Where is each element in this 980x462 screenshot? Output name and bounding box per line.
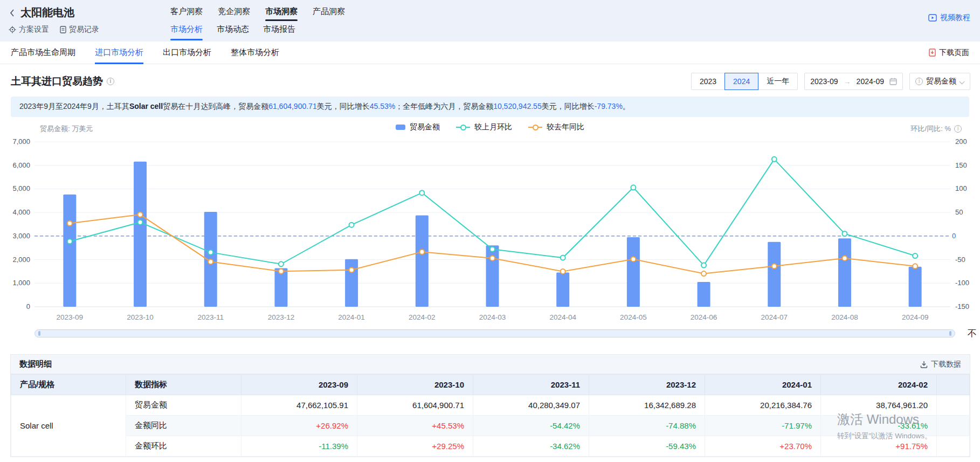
summary-segment: 10,520,942.55 [493, 102, 542, 111]
summary-banner: 2023年9月至2024年9月，土耳其Solar cell贸易在十月达到高峰，贸… [11, 96, 969, 117]
back-icon[interactable] [9, 9, 16, 17]
tab-product-insight[interactable]: 产品洞察 [313, 6, 345, 21]
svg-text:3,000: 3,000 [12, 232, 30, 240]
calendar-icon [889, 78, 897, 85]
svg-text:-50: -50 [955, 256, 965, 264]
trade-records-link[interactable]: 贸易记录 [60, 25, 99, 35]
value-cell: -54.42% [473, 416, 589, 436]
filler-cell [937, 436, 970, 457]
svg-text:2024-04: 2024-04 [549, 313, 576, 321]
date-range-picker[interactable]: 2023-09 → 2024-09 [804, 73, 903, 90]
plan-settings-link[interactable]: 方案设置 [9, 25, 49, 35]
recent-year-button[interactable]: 近一年 [758, 73, 798, 90]
header-right: 视频教程 [928, 0, 970, 42]
tab-product-lifecycle[interactable]: 产品市场生命周期 [11, 42, 75, 64]
line-swatch-icon [528, 127, 542, 128]
svg-text:0: 0 [26, 302, 30, 311]
column-header-indicator: 数据指标 [126, 375, 241, 395]
legend-yoy[interactable]: 较去年同比 [528, 122, 584, 132]
header-tabs: 客户洞察 竞企洞察 市场洞察 产品洞察 市场分析 市场动态 市场报告 [170, 0, 345, 42]
column-header-month: 2023-11 [473, 375, 589, 395]
tab-import-market-analysis[interactable]: 进口市场分析 [95, 42, 143, 64]
tab-market-report[interactable]: 市场报告 [263, 24, 295, 40]
svg-text:2024-06: 2024-06 [691, 313, 717, 321]
data-table: 产品/规格数据指标2023-092023-102023-112023-12202… [11, 374, 970, 457]
svg-text:2023-11: 2023-11 [197, 313, 224, 321]
trade-records-label: 贸易记录 [69, 25, 99, 35]
svg-text:0: 0 [952, 232, 956, 240]
summary-segment: 美元，同比增长 [542, 102, 595, 111]
year-2024-button[interactable]: 2024 [724, 73, 758, 90]
summary-text: 2023年9月至2024年9月，土耳其Solar cell贸易在十月达到高峰，贸… [19, 102, 630, 111]
info-icon[interactable] [107, 78, 114, 85]
video-tutorial-link[interactable]: 视频教程 [928, 13, 970, 23]
right-axis-label-text: 环比/同比: % [911, 124, 951, 134]
secondary-tabs: 市场分析 市场动态 市场报告 [170, 24, 345, 40]
svg-text:200: 200 [955, 137, 967, 146]
legend-label: 较去年同比 [547, 122, 584, 132]
section-toolbar: 土耳其进口贸易趋势 2023 2024 近一年 2023-09 → 2024-0… [0, 64, 980, 96]
svg-text:2024-05: 2024-05 [620, 313, 647, 321]
summary-segment: 美元，同比增长 [317, 102, 370, 111]
tab-customer-insight[interactable]: 客户洞察 [170, 6, 203, 21]
table-row: Solar cell贸易金额47,662,105.9161,604,900.71… [11, 395, 970, 416]
tab-export-market-analysis[interactable]: 出口市场分析 [163, 42, 211, 64]
svg-text:100: 100 [955, 184, 967, 192]
value-cell: 61,604,900.71 [357, 395, 473, 416]
table-section-title: 数据明细 [19, 359, 52, 369]
download-page-label: 下载页面 [939, 48, 969, 58]
toolbar-controls: 2023 2024 近一年 2023-09 → 2024-09 贸易金额 [691, 73, 970, 90]
column-header-month: 2024-02 [821, 375, 937, 395]
section-title: 土耳其进口贸易趋势 [11, 74, 114, 88]
svg-text:2024-07: 2024-07 [761, 313, 788, 321]
legend-mom[interactable]: 较上月环比 [456, 122, 512, 132]
svg-text:2024-09: 2024-09 [902, 313, 929, 321]
chart-header: 贸易金额: 万美元 贸易金额 较上月环比 较去年同比 环比/同比: % [0, 122, 980, 134]
download-data-label: 下载数据 [931, 360, 961, 369]
table-row: 金额同比+26.92%+45.53%-54.42%-74.88%-71.97%-… [11, 416, 970, 436]
section-title-text: 土耳其进口贸易趋势 [11, 74, 103, 88]
year-2023-button[interactable]: 2023 [691, 73, 725, 90]
legend-trade-amount[interactable]: 贸易金额 [396, 122, 440, 132]
gear-icon [9, 26, 16, 33]
bar-swatch-icon [396, 125, 405, 130]
tab-competitor-insight[interactable]: 竞企洞察 [218, 6, 250, 21]
year-button-group: 2023 2024 近一年 [691, 73, 798, 90]
data-detail-section: 数据明细 下载数据 产品/规格数据指标2023-092023-102023-11… [10, 354, 970, 457]
trend-chart-canvas[interactable]: 01,0002,0003,0004,0005,0006,0007,000-150… [0, 134, 980, 324]
right-axis-info-icon[interactable] [954, 125, 962, 133]
table-section-header: 数据明细 下载数据 [11, 355, 970, 374]
summary-segment: -79.73% [595, 102, 623, 111]
value-cell: +29.25% [357, 436, 473, 457]
indicator-cell: 金额同比 [126, 416, 241, 436]
tab-market-dynamics[interactable]: 市场动态 [217, 24, 249, 40]
value-cell: -34.62% [473, 436, 589, 457]
summary-segment: 61,604,900.71 [268, 102, 317, 111]
svg-text:7,000: 7,000 [12, 137, 30, 146]
metric-info-icon [915, 78, 923, 85]
svg-text:2023-12: 2023-12 [268, 313, 295, 321]
summary-segment: ；全年低峰为六月，贸易金额 [395, 102, 493, 111]
download-page-icon [929, 49, 936, 57]
value-cell: +91.75% [821, 436, 937, 457]
metric-select[interactable]: 贸易金额 [909, 73, 970, 90]
svg-text:2024-01: 2024-01 [338, 313, 365, 321]
value-cell: -71.97% [705, 416, 821, 436]
value-cell: 16,342,689.28 [589, 395, 705, 416]
download-page-button[interactable]: 下载页面 [929, 42, 969, 64]
clipped-edge-text: 不 [968, 327, 977, 340]
tab-market-insight[interactable]: 市场洞察 [265, 6, 298, 21]
tab-overall-market-analysis[interactable]: 整体市场分析 [231, 42, 279, 64]
chart-legend: 贸易金额 较上月环比 较去年同比 [396, 122, 584, 132]
download-data-button[interactable]: 下载数据 [920, 360, 961, 369]
value-cell: +26.92% [241, 416, 357, 436]
chart-horizontal-scrollbar[interactable] [34, 329, 955, 337]
tab-market-analysis[interactable]: 市场分析 [170, 24, 203, 40]
summary-segment: 。 [623, 102, 630, 111]
chevron-down-icon [960, 79, 964, 84]
column-header-month: 2023-09 [241, 375, 357, 395]
date-to: 2024-09 [857, 77, 884, 86]
legend-label: 较上月环比 [474, 122, 512, 132]
svg-text:2024-02: 2024-02 [409, 313, 436, 321]
indicator-cell: 贸易金额 [126, 395, 241, 416]
